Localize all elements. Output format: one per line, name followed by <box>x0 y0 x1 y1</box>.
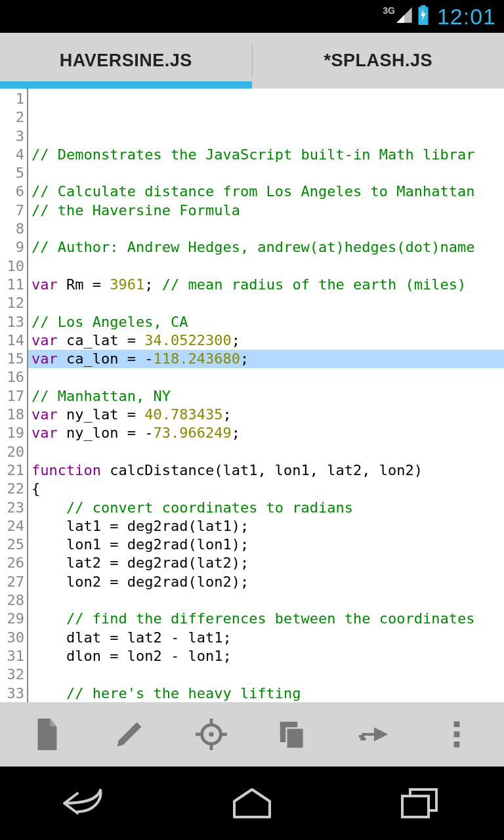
home-icon <box>229 786 275 822</box>
run-button[interactable] <box>339 708 411 761</box>
edit-button[interactable] <box>93 708 165 761</box>
svg-rect-10 <box>453 721 459 727</box>
code-area[interactable]: // Demonstrates the JavaScript built-in … <box>28 89 504 702</box>
recent-button[interactable] <box>354 777 486 830</box>
svg-rect-1 <box>421 5 426 8</box>
back-icon <box>58 787 110 820</box>
battery-icon <box>416 5 430 28</box>
home-button[interactable] <box>186 777 318 830</box>
active-tab-indicator <box>0 81 252 89</box>
status-bar: 3G 12:01 <box>0 0 504 33</box>
line-number-gutter: 1 2 3 4 5 6 7 8 9 10 11 12 13 14 15 16 1… <box>0 89 28 702</box>
tab-splash[interactable]: *SPLASH.JS <box>253 33 505 89</box>
svg-rect-12 <box>453 742 459 747</box>
target-button[interactable] <box>175 708 247 761</box>
more-button[interactable] <box>421 708 493 761</box>
file-icon <box>33 719 61 750</box>
clock: 12:01 <box>437 4 496 30</box>
tab-haversine[interactable]: HAVERSINE.JS <box>0 33 252 89</box>
copy-button[interactable] <box>257 708 329 761</box>
signal-icon <box>395 6 413 27</box>
svg-point-3 <box>209 732 213 736</box>
back-button[interactable] <box>18 777 150 830</box>
svg-rect-13 <box>402 796 429 817</box>
code-editor[interactable]: 1 2 3 4 5 6 7 8 9 10 11 12 13 14 15 16 1… <box>0 89 504 702</box>
tab-bar: HAVERSINE.JS *SPLASH.JS <box>0 33 504 89</box>
bottom-toolbar <box>0 702 504 766</box>
android-navbar <box>0 766 504 840</box>
svg-rect-9 <box>287 728 304 748</box>
recent-icon <box>398 786 442 822</box>
svg-rect-11 <box>453 732 459 738</box>
more-icon <box>452 720 461 749</box>
new-file-button[interactable] <box>11 708 83 761</box>
target-icon <box>196 719 227 750</box>
run-icon <box>358 723 392 746</box>
network-label: 3G <box>383 5 395 16</box>
pencil-icon <box>114 719 144 749</box>
copy-icon <box>277 719 308 750</box>
